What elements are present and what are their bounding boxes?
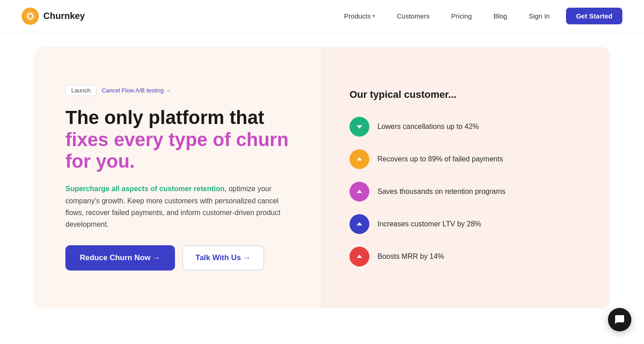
talk-with-us-button[interactable]: Talk With Us → (182, 245, 264, 271)
yellow-icon (350, 149, 369, 169)
subtext-bold: Supercharge all aspects of customer rete… (65, 185, 225, 193)
svg-marker-5 (357, 190, 362, 193)
logo-icon (22, 8, 39, 25)
logo-text: Churnkey (43, 11, 85, 21)
feature-item-ltv: Increases customer LTV by 28% (350, 214, 583, 234)
feature-text-mrr: Boosts MRR by 14% (377, 252, 444, 261)
svg-point-1 (25, 11, 36, 22)
red-icon (350, 247, 369, 266)
feature-item-mrr: Boosts MRR by 14% (350, 247, 583, 266)
feature-item-payments: Recovers up to 89% of failed payments (350, 149, 583, 169)
feature-item-retention: Saves thousands on retention programs (350, 182, 583, 202)
hero-card: Launch Cancel Flow A/B testing → The onl… (34, 47, 610, 308)
svg-marker-6 (357, 222, 362, 225)
logo[interactable]: Churnkey (22, 8, 85, 25)
cta-row: Reduce Churn Now → Talk With Us → (65, 245, 295, 271)
nav-links: Products ▾ Customers Pricing Blog Sign I… (335, 8, 622, 24)
chat-icon (614, 314, 625, 325)
nav-signin[interactable]: Sign In (520, 9, 559, 23)
svg-point-2 (27, 15, 29, 17)
hero-right: Our typical customer... Lowers cancellat… (322, 47, 610, 308)
svg-marker-3 (357, 125, 362, 128)
headline-highlight: fixes every type of churn for you. (65, 129, 289, 172)
chevron-down-icon: ▾ (373, 13, 375, 19)
hero-headline: The only platform that fixes every type … (65, 107, 295, 172)
badge-row: Launch Cancel Flow A/B testing → (65, 85, 295, 96)
cancel-flow-link[interactable]: Cancel Flow A/B testing → (102, 87, 171, 94)
headline-plain: The only platform that (65, 107, 264, 128)
get-started-button[interactable]: Get Started (566, 8, 622, 24)
svg-marker-7 (357, 255, 362, 258)
nav-products[interactable]: Products ▾ (335, 9, 384, 23)
blue-icon (350, 214, 369, 234)
typical-customer-title: Our typical customer... (350, 89, 583, 101)
hero-left: Launch Cancel Flow A/B testing → The onl… (34, 47, 322, 308)
hero-subtext: Supercharge all aspects of customer rete… (65, 183, 295, 231)
chat-bubble[interactable] (608, 308, 631, 331)
feature-text-cancellations: Lowers cancellations up to 42% (377, 123, 479, 131)
reduce-churn-button[interactable]: Reduce Churn Now → (65, 245, 175, 271)
nav-blog[interactable]: Blog (484, 9, 516, 23)
nav-pricing[interactable]: Pricing (442, 9, 481, 23)
feature-text-retention: Saves thousands on retention programs (377, 188, 506, 196)
nav-customers[interactable]: Customers (388, 9, 439, 23)
navbar: Churnkey Products ▾ Customers Pricing Bl… (0, 0, 644, 32)
feature-item-cancellations: Lowers cancellations up to 42% (350, 117, 583, 137)
purple-icon (350, 182, 369, 202)
feature-text-payments: Recovers up to 89% of failed payments (377, 155, 503, 163)
svg-marker-4 (357, 157, 362, 161)
feature-text-ltv: Increases customer LTV by 28% (377, 220, 481, 228)
feature-list: Lowers cancellations up to 42% Recovers … (350, 117, 583, 266)
main-section: Launch Cancel Flow A/B testing → The onl… (0, 32, 644, 326)
green-icon (350, 117, 369, 137)
launch-badge: Launch (65, 85, 97, 96)
